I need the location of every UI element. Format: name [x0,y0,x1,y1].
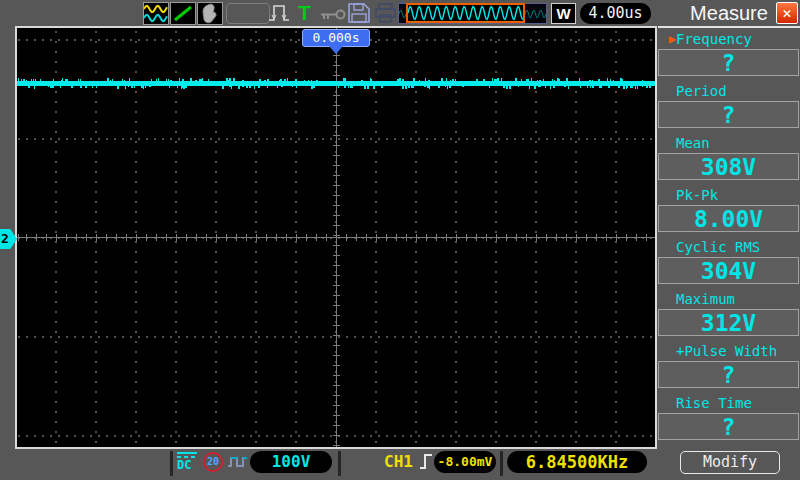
noise-tick [249,86,251,88]
measure-label: Pk-Pk [676,187,718,203]
noise-tick [367,86,369,89]
key-lock-icon[interactable] [320,8,346,21]
noise-tick [559,79,560,81]
noise-tick [408,86,410,88]
measure-value: 312V [658,309,799,336]
measure-item-cyclic-rms[interactable]: ▶ Cyclic RMS 304V [658,236,800,288]
noise-tick [33,79,34,81]
noise-tick [447,86,448,89]
noise-tick [626,86,627,89]
noise-tick [141,86,143,88]
measure-label: Period [676,83,727,99]
noise-tick [31,79,32,81]
noise-tick [166,79,167,81]
frequency-counter-readout: 6.84500KHz [507,451,647,473]
noise-tick [233,78,235,81]
noise-tick [580,86,581,88]
channel-waveforms-button[interactable] [143,2,169,25]
window-mode-button[interactable]: W [551,3,576,24]
noise-tick [623,86,625,89]
measure-panel: Measure ✕ ▶ Frequency ? ▶ Period ? ▶ Mea… [658,0,800,480]
timebase-readout: 4.00us [580,3,651,24]
noise-tick [65,80,67,81]
horizontal-position-marker-tip [329,46,343,54]
waveform-preview [398,3,547,24]
noise-tick [277,86,278,88]
noise-tick [128,86,129,87]
noise-tick [238,86,240,89]
noise-tick [429,86,430,89]
measure-item-maximum[interactable]: ▶ Maximum 312V [658,288,800,340]
measure-label: Rise Time [676,395,752,411]
noise-tick [190,78,192,81]
noise-tick [151,79,152,81]
noise-tick [296,86,297,88]
close-icon[interactable]: ✕ [776,2,798,24]
noise-tick [348,86,349,88]
noise-tick [134,86,135,88]
noise-tick [308,80,309,81]
noise-tick [592,80,593,81]
dual-wave-icon [144,3,168,24]
noise-tick [531,78,532,81]
noise-tick [316,80,318,81]
measure-item-pkpk[interactable]: ▶ Pk-Pk 8.00V [658,184,800,236]
noise-tick [48,86,49,87]
measure-item-rise-time[interactable]: ▶ Rise Time ? [658,392,800,444]
noise-tick [445,86,446,87]
noise-tick [553,86,555,88]
measure-item-pulse-width[interactable]: ▶ +Pulse Width ? [658,340,800,392]
noise-tick [96,86,97,88]
noise-tick [60,86,61,88]
noise-tick [449,86,451,88]
horizontal-position-marker[interactable]: 0.000s [302,29,370,47]
noise-tick [424,86,426,87]
print-icon[interactable] [374,3,398,24]
noise-tick [311,80,312,81]
noise-tick [361,80,363,81]
preview-zoom-window[interactable] [406,3,525,23]
center-vline [336,28,337,447]
selected-item-marker: ▶ [658,32,676,46]
measure-item-frequency[interactable]: ▶ Frequency ? [658,28,800,80]
trigger-t-icon[interactable]: T [298,0,311,25]
noise-tick [455,79,456,81]
noise-tick [489,86,490,88]
noise-tick [208,79,209,81]
probe-wave-icon [227,453,249,470]
ch2-trace [17,81,655,86]
noise-tick [419,80,420,81]
preview-bright-wave-icon [408,5,523,21]
noise-tick [344,86,346,88]
measure-item-period[interactable]: ▶ Period ? [658,80,800,132]
noise-tick [313,86,315,88]
measure-value: ? [658,49,799,76]
noise-tick [21,79,22,81]
noise-tick [642,80,643,81]
noise-tick [287,78,288,81]
noise-tick [202,78,203,81]
measure-item-mean[interactable]: ▶ Mean 308V [658,132,800,184]
noise-tick [642,86,643,87]
noise-tick [649,86,651,88]
noise-tick [425,78,426,81]
measure-label: Frequency [676,31,752,47]
save-icon[interactable] [347,2,371,24]
pulse-width-icon[interactable] [268,2,294,24]
noise-tick [527,79,529,81]
noise-tick [589,80,591,81]
modify-button[interactable]: Modify [680,451,780,474]
cursor-line-button[interactable] [170,2,196,25]
scope-display: 0.000s [15,26,657,449]
noise-tick [509,86,511,89]
statusbar-separator [338,451,341,476]
noise-tick [452,79,454,81]
noise-tick [122,79,123,81]
volts-per-div-readout: 100V [250,451,332,473]
noise-tick [229,78,231,81]
hand-tool-button[interactable] [197,2,223,25]
measure-panel-header: Measure ✕ [658,0,800,28]
noise-tick [412,86,414,88]
noise-tick [463,86,464,87]
noise-tick [226,78,228,81]
